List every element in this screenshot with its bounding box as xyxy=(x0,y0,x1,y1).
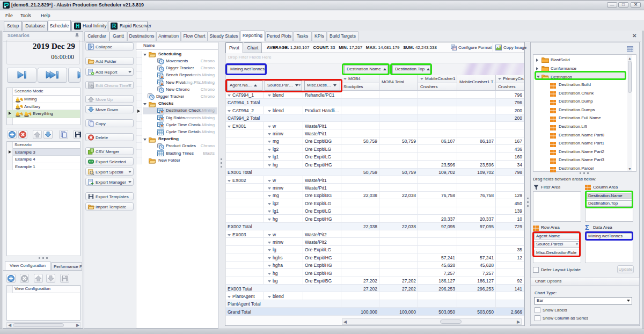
svg-text:H: H xyxy=(76,23,79,29)
svg-text:R: R xyxy=(112,23,116,29)
